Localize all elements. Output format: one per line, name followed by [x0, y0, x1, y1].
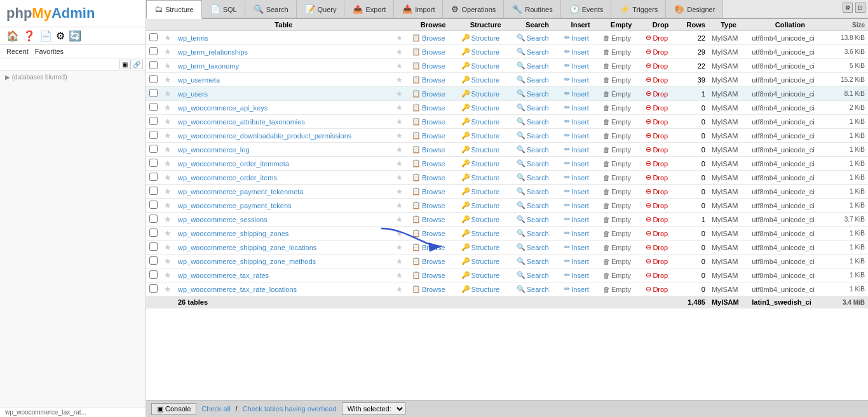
search-link[interactable]: 🔍Search: [517, 187, 549, 195]
empty-link[interactable]: 🗑Empty: [603, 258, 631, 265]
drop-link[interactable]: ⊖Drop: [646, 187, 668, 195]
browse-link[interactable]: 📋Browse: [412, 103, 445, 112]
row-checkbox[interactable]: [149, 228, 158, 237]
search-link[interactable]: 🔍Search: [517, 229, 549, 237]
row-checkbox[interactable]: [149, 215, 158, 223]
empty-link[interactable]: 🗑Empty: [603, 188, 631, 195]
browse-link[interactable]: 📋Browse: [412, 159, 445, 168]
search-link[interactable]: 🔍Search: [517, 271, 549, 279]
browse-link[interactable]: 📋Browse: [412, 48, 445, 56]
drop-link[interactable]: ⊖Drop: [646, 229, 668, 237]
star-icon[interactable]: ★: [164, 47, 172, 56]
tab-sql[interactable]: 📄 SQL: [202, 0, 245, 18]
row-checkbox[interactable]: [149, 284, 158, 293]
drop-link[interactable]: ⊖Drop: [646, 34, 668, 42]
table-name-link[interactable]: wp_woocommerce_shipping_zones: [178, 230, 288, 237]
tab-routines[interactable]: 🔧 Routines: [504, 0, 560, 18]
empty-link[interactable]: 🗑Empty: [603, 174, 631, 182]
settings-icon[interactable]: ⚙: [56, 30, 65, 42]
collapse-button[interactable]: ▣: [119, 60, 130, 69]
browse-link[interactable]: 📋Browse: [412, 201, 445, 209]
row-checkbox[interactable]: [149, 47, 158, 55]
tab-structure[interactable]: 🗂 Structure: [146, 0, 202, 19]
structure-link[interactable]: 🔑Structure: [461, 62, 500, 70]
drop-link[interactable]: ⊖Drop: [646, 89, 668, 98]
row-checkbox[interactable]: [149, 103, 158, 111]
search-link[interactable]: 🔍Search: [517, 62, 549, 70]
star-icon[interactable]: ★: [164, 215, 172, 224]
browse-link[interactable]: 📋Browse: [412, 89, 445, 98]
star-icon[interactable]: ★: [164, 187, 172, 196]
empty-link[interactable]: 🗑Empty: [603, 146, 631, 154]
empty-link[interactable]: 🗑Empty: [603, 62, 631, 70]
drop-link[interactable]: ⊖Drop: [646, 215, 668, 223]
search-link[interactable]: 🔍Search: [517, 215, 549, 223]
empty-link[interactable]: 🗑Empty: [603, 160, 631, 168]
table-name-link[interactable]: wp_woocommerce_downloadable_product_perm…: [178, 132, 351, 140]
insert-link[interactable]: ✏Insert: [564, 187, 589, 195]
table-name-link[interactable]: wp_woocommerce_shipping_zone_locations: [178, 244, 316, 251]
insert-link[interactable]: ✏Insert: [564, 201, 589, 209]
structure-link[interactable]: 🔑Structure: [461, 76, 500, 84]
fav-star-icon[interactable]: ★: [396, 89, 403, 98]
row-checkbox[interactable]: [149, 270, 158, 279]
empty-link[interactable]: 🗑Empty: [603, 90, 631, 98]
star-icon[interactable]: ★: [164, 256, 172, 266]
star-icon[interactable]: ★: [164, 173, 172, 182]
star-icon[interactable]: ★: [164, 284, 172, 294]
browse-link[interactable]: 📋Browse: [412, 62, 445, 70]
empty-link[interactable]: 🗑Empty: [603, 244, 631, 251]
structure-link[interactable]: 🔑Structure: [461, 271, 500, 279]
insert-link[interactable]: ✏Insert: [564, 103, 589, 112]
drop-link[interactable]: ⊖Drop: [646, 131, 668, 140]
link-button[interactable]: 🔗: [130, 60, 143, 69]
row-checkbox[interactable]: [149, 256, 158, 265]
search-link[interactable]: 🔍Search: [517, 103, 549, 112]
table-name-link[interactable]: wp_usermeta: [178, 76, 220, 84]
star-icon[interactable]: ★: [164, 159, 172, 168]
table-name-link[interactable]: wp_term_relationships: [178, 48, 248, 56]
fav-star-icon[interactable]: ★: [396, 131, 403, 140]
search-link[interactable]: 🔍Search: [517, 89, 549, 98]
structure-link[interactable]: 🔑Structure: [461, 187, 500, 195]
structure-link[interactable]: 🔑Structure: [461, 229, 500, 237]
empty-link[interactable]: 🗑Empty: [603, 272, 631, 279]
browse-link[interactable]: 📋Browse: [412, 34, 445, 42]
star-icon[interactable]: ★: [164, 75, 172, 84]
restore-button[interactable]: ⊡: [855, 3, 865, 13]
star-icon[interactable]: ★: [164, 201, 172, 210]
tab-query[interactable]: 📝 Query: [297, 0, 345, 18]
browse-link[interactable]: 📋Browse: [412, 145, 445, 154]
fav-star-icon[interactable]: ★: [396, 159, 403, 168]
tab-search[interactable]: 🔍 Search: [245, 0, 297, 18]
structure-link[interactable]: 🔑Structure: [461, 173, 500, 182]
fav-star-icon[interactable]: ★: [396, 145, 403, 154]
fav-star-icon[interactable]: ★: [396, 62, 403, 70]
empty-link[interactable]: 🗑Empty: [603, 132, 631, 140]
row-checkbox[interactable]: [149, 159, 158, 167]
browse-link[interactable]: 📋Browse: [412, 243, 445, 251]
search-link[interactable]: 🔍Search: [517, 243, 549, 251]
drop-link[interactable]: ⊖Drop: [646, 285, 668, 293]
structure-link[interactable]: 🔑Structure: [461, 159, 500, 168]
search-link[interactable]: 🔍Search: [517, 285, 549, 293]
table-name-link[interactable]: wp_users: [178, 90, 208, 98]
fav-star-icon[interactable]: ★: [396, 76, 403, 84]
structure-link[interactable]: 🔑Structure: [461, 145, 500, 154]
gear-button[interactable]: ⚙: [843, 3, 853, 13]
browse-link[interactable]: 📋Browse: [412, 215, 445, 223]
drop-link[interactable]: ⊖Drop: [646, 76, 668, 84]
question-icon[interactable]: ❓: [23, 30, 36, 42]
search-link[interactable]: 🔍Search: [517, 76, 549, 84]
drop-link[interactable]: ⊖Drop: [646, 173, 668, 182]
insert-link[interactable]: ✏Insert: [564, 229, 589, 237]
browse-link[interactable]: 📋Browse: [412, 187, 445, 195]
fav-star-icon[interactable]: ★: [396, 201, 403, 210]
search-link[interactable]: 🔍Search: [517, 48, 549, 56]
drop-link[interactable]: ⊖Drop: [646, 103, 668, 112]
table-name-link[interactable]: wp_woocommerce_sessions: [178, 216, 268, 223]
insert-link[interactable]: ✏Insert: [564, 173, 589, 182]
structure-link[interactable]: 🔑Structure: [461, 48, 500, 56]
star-icon[interactable]: ★: [164, 61, 172, 70]
browse-link[interactable]: 📋Browse: [412, 117, 445, 126]
